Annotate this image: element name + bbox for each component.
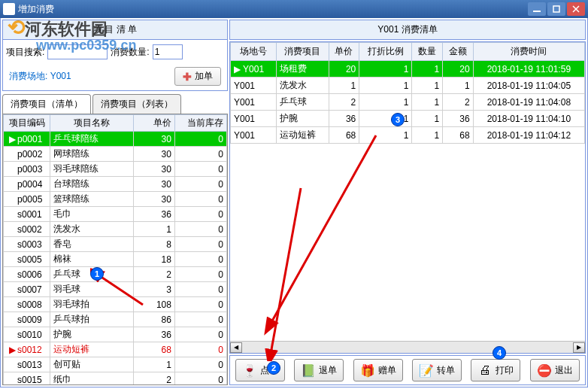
wine-icon: 🍷 (242, 363, 257, 378)
tab-list[interactable]: 消费项目（清单） (2, 94, 91, 114)
minimize-button[interactable] (528, 2, 546, 16)
col-time[interactable]: 消费时间 (473, 43, 584, 61)
col-item[interactable]: 消费项目 (276, 43, 329, 61)
window-titlebar: 增加消费 (0, 0, 588, 18)
col-code[interactable]: 项目编码 (4, 115, 50, 132)
search-label: 项目搜索: (6, 46, 44, 59)
transfer-button[interactable]: 📝转单 (412, 359, 462, 381)
app-icon (3, 3, 15, 15)
table-row[interactable]: p0003羽毛球陪练300 (4, 162, 227, 177)
add-order-label: 加单 (195, 70, 213, 83)
gift-button[interactable]: 🎁赠单 (353, 359, 403, 381)
col-discount[interactable]: 打折比例 (359, 43, 412, 61)
return-label: 退单 (319, 364, 337, 377)
table-row[interactable]: s0005棉袜180 (4, 252, 227, 267)
table-row[interactable]: ▶ Y001场租费2011202018-01-19 11:01:59 (231, 61, 585, 77)
table-row[interactable]: p0002网球陪练300 (4, 147, 227, 162)
svg-rect-0 (533, 11, 541, 12)
window-title: 增加消费 (18, 3, 528, 16)
col-price[interactable]: 单价 (133, 115, 174, 132)
printer-icon: 🖨 (477, 363, 493, 378)
table-row[interactable]: Y001乒乓球21122018-01-19 11:04:08 (231, 94, 585, 111)
qty-input[interactable] (153, 44, 183, 59)
search-input[interactable] (47, 44, 108, 59)
col-amount[interactable]: 金额 (443, 43, 474, 61)
return-button[interactable]: 📗退单 (294, 359, 344, 381)
scroll-left-button[interactable]: ◀ (230, 342, 242, 353)
table-row[interactable]: p0005篮球陪练300 (4, 192, 227, 207)
table-row[interactable]: s0015纸巾20 (4, 372, 227, 386)
note-icon: 📝 (419, 363, 434, 378)
table-row[interactable]: s0008羽毛球拍1080 (4, 297, 227, 312)
left-panel-title: 项 目 清 单 (3, 20, 227, 40)
gift-label: 赠单 (378, 364, 396, 377)
table-row[interactable]: s0013创可贴10 (4, 357, 227, 372)
bill-header: Y001 消费清单 (229, 20, 586, 40)
book-icon: 📗 (301, 363, 316, 378)
order-label: 点单 (260, 364, 278, 377)
transfer-label: 转单 (437, 364, 455, 377)
plus-icon: ✚ (183, 71, 192, 83)
gift-icon: 🎁 (360, 363, 375, 378)
col-name[interactable]: 项目名称 (50, 115, 134, 132)
bill-grid[interactable]: 场地号 消费项目 单价 打折比例 数量 金额 消费时间 ▶ Y001场租费201… (230, 42, 585, 144)
table-row[interactable]: ▶p0001乒乓球陪练300 (4, 132, 227, 147)
print-button[interactable]: 🖨打印 (471, 359, 520, 381)
qty-label: 消费数量: (111, 46, 149, 59)
exit-button[interactable]: ⛔退出 (530, 359, 580, 381)
col-bill-price[interactable]: 单价 (329, 43, 359, 61)
table-row[interactable]: s0007羽毛球30 (4, 282, 227, 297)
table-row[interactable]: p0004台球陪练300 (4, 177, 227, 192)
table-row[interactable]: Y001护腕3611362018-01-19 11:04:10 (231, 111, 585, 127)
add-order-button[interactable]: ✚ 加单 (174, 67, 221, 86)
stop-icon: ⛔ (537, 363, 552, 378)
col-stock[interactable]: 当前库存 (174, 115, 226, 132)
close-button[interactable] (567, 2, 585, 16)
table-row[interactable]: Y001运动短裤6811682018-01-19 11:04:12 (231, 127, 585, 144)
table-row[interactable]: s0010护腕360 (4, 327, 227, 342)
table-row[interactable]: s0001毛巾360 (4, 207, 227, 222)
col-venue[interactable]: 场地号 (231, 43, 277, 61)
table-row[interactable]: Y001洗发水11112018-01-19 11:04:05 (231, 77, 585, 94)
print-label: 打印 (496, 364, 514, 377)
exit-label: 退出 (555, 364, 573, 377)
table-row[interactable]: s0006乒乓球20 (4, 267, 227, 282)
col-qty[interactable]: 数量 (412, 43, 443, 61)
table-row[interactable]: s0009乒乓球拍860 (4, 312, 227, 327)
svg-rect-1 (553, 6, 559, 12)
table-row[interactable]: s0003香皂80 (4, 237, 227, 252)
maximize-button[interactable] (547, 2, 565, 16)
venue-label: 消费场地: Y001 (9, 70, 71, 83)
items-grid[interactable]: 项目编码 项目名称 单价 当前库存 ▶p0001乒乓球陪练300p0002网球陪… (2, 114, 228, 385)
bottom-toolbar: 🍷点单 📗退单 🎁赠单 📝转单 🖨打印 ⛔退出 (229, 355, 586, 385)
scroll-right-button[interactable]: ▶ (573, 342, 585, 353)
table-row[interactable]: ▶s0012运动短裤680 (4, 342, 227, 357)
tab-grid[interactable]: 消费项目（列表） (92, 94, 181, 114)
order-button[interactable]: 🍷点单 (235, 359, 285, 381)
table-row[interactable]: s0002洗发水10 (4, 222, 227, 237)
